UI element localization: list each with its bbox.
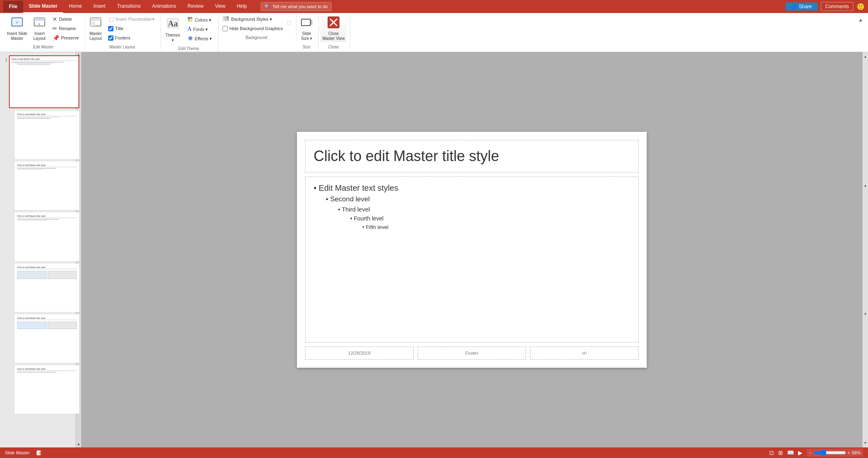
hide-bg-label: Hide Background Graphics xyxy=(229,26,283,31)
preserve-button[interactable]: 📌 Preserve xyxy=(50,33,82,42)
background-expand-icon[interactable]: ⬚ xyxy=(287,20,291,25)
view-slide-sorter-icon[interactable]: ⊞ xyxy=(778,449,783,456)
effects-button[interactable]: Effects ▾ xyxy=(185,34,215,43)
thumb-title-1: Click to edit Master title style xyxy=(11,58,77,61)
zoom-slider[interactable] xyxy=(813,449,846,456)
thumb-line xyxy=(17,219,59,220)
slide-title-area[interactable]: Click to edit Master title style xyxy=(305,140,639,172)
slide-thumb-2[interactable]: Click to edit Master title style xyxy=(15,111,79,159)
search-icon: 🔍 xyxy=(264,4,270,9)
view-presentation-icon[interactable]: ▶ xyxy=(798,449,803,456)
thumb-lines-3 xyxy=(17,168,77,170)
slide-thumb-5[interactable]: Click to edit Master title style xyxy=(15,264,79,312)
slide-scroll-down[interactable]: ▼ xyxy=(76,442,81,447)
share-icon: 👤 xyxy=(791,4,797,9)
slide-size-icon xyxy=(300,16,313,31)
slide-thumb-4[interactable]: Click to edit Master title style xyxy=(15,212,79,261)
slide-thumb-wrapper-4: Click to edit Master title style xyxy=(2,212,79,261)
slide-thumb-wrapper-6: Click to edit Master title style xyxy=(2,314,79,363)
delete-button[interactable]: ✕ Delete xyxy=(50,15,82,24)
main-slide-canvas[interactable]: Click to edit Master title style • Edit … xyxy=(297,132,647,368)
slide-thumb-wrapper-1: 1 Click to edit Master title style xyxy=(2,55,79,108)
slide-size-button[interactable]: SlideSize ▾ xyxy=(298,15,315,42)
background-styles-button[interactable]: Background Styles ▾ xyxy=(220,15,285,24)
master-layout-icon xyxy=(89,16,102,31)
search-bar[interactable]: 🔍 Tell me what you want to do xyxy=(261,2,331,11)
tab-home[interactable]: Home xyxy=(63,0,87,13)
master-layout-button[interactable]: MasterLayout xyxy=(87,15,104,42)
svg-rect-20 xyxy=(227,16,229,19)
slide-thumb-wrapper-2: Click to edit Master title style xyxy=(2,111,79,159)
scroll-bottom-arrow[interactable]: ▼ xyxy=(863,440,868,446)
hide-bg-checkbox-row: Hide Background Graphics xyxy=(220,24,285,33)
hide-bg-checkbox[interactable] xyxy=(222,26,228,31)
slide-thumb-content-7: Click to edit Master title style xyxy=(15,366,79,413)
insert-layout-button[interactable]: + InsertLayout xyxy=(31,15,48,42)
view-reading-icon[interactable]: 📖 xyxy=(787,449,794,456)
statusbar: Slide Master 📝 ⊡ ⊞ 📖 ▶ − + 58% xyxy=(0,447,868,458)
thumb-title-7: Click to edit Master title style xyxy=(17,368,77,371)
svg-text:+: + xyxy=(38,22,41,26)
ribbon-group-master-layout: MasterLayout ⬚ Insert Placeholder▾ Title… xyxy=(85,15,161,50)
slide-thumb-content-1: Click to edit Master title style xyxy=(10,56,79,107)
thumb-line xyxy=(15,63,54,64)
rename-button[interactable]: ✏ Rename xyxy=(50,24,82,33)
close-master-view-button[interactable]: CloseMaster View xyxy=(321,15,347,42)
file-menu-button[interactable]: File xyxy=(3,1,23,12)
svg-rect-22 xyxy=(225,19,227,21)
tab-slide-master[interactable]: Slide Master xyxy=(23,0,63,13)
notes-icon[interactable]: 📝 xyxy=(36,450,42,456)
slide-thumb-3[interactable]: Click to edit Master title style xyxy=(15,161,79,210)
thumb-line xyxy=(17,117,59,118)
preserve-icon: 📌 xyxy=(52,35,59,41)
thumb-line xyxy=(11,62,64,63)
zoom-out-icon[interactable]: − xyxy=(809,450,811,455)
insert-slide-master-button[interactable]: + Insert SlideMaster xyxy=(5,15,29,42)
slide-thumb-7[interactable]: Click to edit Master title style xyxy=(15,365,79,414)
canvas-area[interactable]: Click to edit Master title style • Edit … xyxy=(81,52,862,447)
themes-button[interactable]: Aa Themes▾ xyxy=(163,15,183,44)
svg-point-17 xyxy=(190,37,191,39)
delete-label: Delete xyxy=(59,17,72,22)
scroll-up-arrow[interactable]: ▲ xyxy=(863,183,868,188)
scroll-top-arrow[interactable]: ▲ xyxy=(863,54,868,59)
status-right-area: ⊡ ⊞ 📖 ▶ − + 58% xyxy=(769,449,863,457)
slide-content-area[interactable]: • Edit Master text styles • Second level… xyxy=(305,177,639,342)
zoom-in-icon[interactable]: + xyxy=(848,450,850,455)
scroll-down-arrow[interactable]: ▼ xyxy=(863,311,868,317)
svg-rect-4 xyxy=(34,18,45,21)
slide-thumb-1[interactable]: Click to edit Master title style xyxy=(9,55,79,108)
emoji-button[interactable]: 🙂 xyxy=(857,3,865,11)
tab-help[interactable]: Help xyxy=(231,0,253,13)
thumb-content-blocks xyxy=(17,271,77,279)
tab-animations[interactable]: Animations xyxy=(146,0,182,13)
rename-icon: ✏ xyxy=(52,25,57,32)
edit-theme-group-label: Edit Theme xyxy=(163,46,215,52)
slide-thumb-content-2: Click to edit Master title style xyxy=(15,111,79,158)
view-normal-icon[interactable]: ⊡ xyxy=(769,449,774,456)
insert-placeholder-button[interactable]: ⬚ Insert Placeholder▾ xyxy=(106,15,157,24)
svg-rect-13 xyxy=(188,20,190,22)
ribbon-collapse-icon[interactable]: ▲ xyxy=(857,15,865,24)
content-line-1: • Edit Master text styles xyxy=(314,183,630,193)
tab-transitions[interactable]: Transitions xyxy=(111,0,146,13)
tab-view[interactable]: View xyxy=(209,0,231,13)
tab-review[interactable]: Review xyxy=(182,0,209,13)
fonts-button[interactable]: A Fonts ▾ xyxy=(185,25,215,34)
thumb-block xyxy=(48,322,77,329)
comments-button[interactable]: Comments xyxy=(821,2,853,11)
footers-checkbox[interactable] xyxy=(108,35,113,41)
delete-icon: ✕ xyxy=(52,16,57,22)
title-checkbox[interactable] xyxy=(108,26,113,31)
share-button[interactable]: 👤 Share xyxy=(785,2,818,11)
colors-button[interactable]: Colors ▾ xyxy=(185,15,215,24)
slide-thumb-6[interactable]: Click to edit Master title style xyxy=(15,314,79,363)
content-line-4: • Fourth level xyxy=(350,215,630,222)
tab-insert[interactable]: Insert xyxy=(87,0,111,13)
svg-rect-23 xyxy=(227,19,229,21)
thumb-title-6: Click to edit Master title style xyxy=(17,317,77,320)
effects-label: Effects ▾ xyxy=(195,36,212,41)
slide-panel: ▲ ▼ 1 Click to edit Master title style xyxy=(0,52,81,447)
share-label: Share xyxy=(799,4,812,9)
ribbon: + Insert SlideMaster + InsertLayout ✕ De… xyxy=(0,13,868,52)
